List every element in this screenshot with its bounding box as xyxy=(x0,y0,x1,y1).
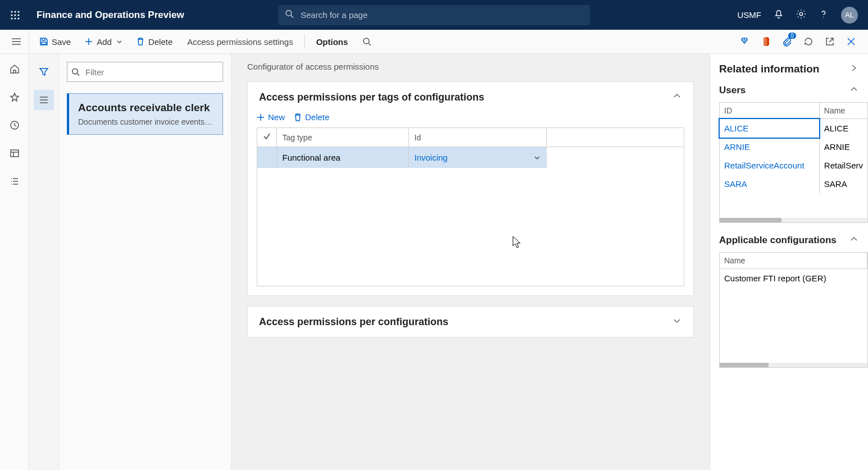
popout-icon[interactable] xyxy=(823,35,837,48)
chevron-down-icon xyxy=(672,316,682,328)
grid-delete-button[interactable]: Delete xyxy=(294,112,329,122)
modules-icon[interactable] xyxy=(10,176,20,189)
user-id-cell[interactable]: SARA xyxy=(720,175,819,193)
gear-icon[interactable] xyxy=(796,9,806,21)
users-grid-pad xyxy=(720,193,867,216)
col-config-name[interactable]: Name xyxy=(720,253,867,269)
table-row[interactable]: Functional area Invoicing xyxy=(257,147,684,168)
save-button[interactable]: Save xyxy=(33,30,78,53)
refresh-icon[interactable] xyxy=(802,35,815,48)
user-id-cell[interactable]: ALICE xyxy=(720,119,819,138)
user-id-cell[interactable]: RetailServiceAccount xyxy=(720,156,819,175)
diamond-icon[interactable] xyxy=(738,35,751,48)
user-name-cell[interactable]: ARNIE xyxy=(819,138,867,156)
funnel-icon[interactable] xyxy=(34,62,54,82)
list-item-desc: Documents customer invoice events and ..… xyxy=(78,117,213,126)
user-name-cell[interactable]: SARA xyxy=(819,175,867,193)
grid-new-button[interactable]: New xyxy=(257,112,285,122)
help-icon[interactable] xyxy=(819,9,829,21)
svg-point-1 xyxy=(14,11,16,12)
table-row[interactable]: Customer FTI report (GER) xyxy=(720,269,867,288)
office-icon[interactable] xyxy=(759,35,772,48)
list-item[interactable]: Accounts receivable clerk Documents cust… xyxy=(67,93,223,135)
svg-point-36 xyxy=(72,69,78,74)
users-header[interactable]: Users xyxy=(719,84,868,97)
main-content: Configurator of access permissions Acces… xyxy=(231,54,710,470)
global-search-input[interactable] xyxy=(278,5,590,25)
applicable-header[interactable]: Applicable configurations xyxy=(719,234,868,247)
attachments-icon[interactable]: 0 xyxy=(780,35,794,48)
applicable-grid: Name Customer FTI report (GER) xyxy=(719,252,868,368)
chevron-down-icon xyxy=(534,154,540,161)
table-row[interactable]: SARASARA xyxy=(720,175,867,193)
add-button[interactable]: Add xyxy=(78,30,129,53)
svg-point-9 xyxy=(286,10,292,16)
star-icon[interactable] xyxy=(10,92,20,104)
related-panel: Related information Users ID Name ALICEA… xyxy=(710,54,868,470)
chevron-right-icon[interactable] xyxy=(849,63,859,75)
col-tag-type[interactable]: Tag type xyxy=(276,128,408,147)
user-name-cell[interactable]: RetailServ xyxy=(819,156,867,175)
col-user-name[interactable]: Name xyxy=(819,103,867,119)
applicable-grid-pad xyxy=(720,288,867,361)
nav-toggle-button[interactable] xyxy=(3,30,29,53)
breadcrumb: Configurator of access permissions xyxy=(247,62,694,71)
col-select[interactable] xyxy=(257,128,276,147)
workspace-icon[interactable] xyxy=(10,148,20,161)
user-name-cell[interactable]: ALICE xyxy=(819,119,867,138)
users-scrollbar[interactable] xyxy=(720,218,867,222)
svg-point-3 xyxy=(11,14,12,16)
entity-label[interactable]: USMF xyxy=(738,10,762,20)
svg-point-5 xyxy=(17,14,19,16)
access-settings-button[interactable]: Access permissions settings xyxy=(179,37,301,47)
delete-button[interactable]: Delete xyxy=(129,30,179,53)
row-select-cell[interactable] xyxy=(257,147,276,168)
svg-rect-16 xyxy=(42,42,46,44)
panel-tags-title: Access permissions per tags of configura… xyxy=(259,92,484,103)
svg-point-4 xyxy=(14,14,16,16)
users-title: Users xyxy=(719,85,746,96)
grid-toolbar: New Delete xyxy=(248,112,693,127)
avatar[interactable]: AL xyxy=(841,7,858,24)
list-column: Accounts receivable clerk Documents cust… xyxy=(59,54,231,470)
table-row[interactable]: ARNIEARNIE xyxy=(720,138,867,156)
col-user-id[interactable]: ID xyxy=(720,103,819,119)
list-item-title: Accounts receivable clerk xyxy=(78,102,213,114)
app-launcher-icon[interactable] xyxy=(0,10,30,20)
svg-rect-24 xyxy=(11,150,19,157)
svg-point-0 xyxy=(11,11,12,12)
cell-id[interactable]: Invoicing xyxy=(408,147,546,168)
left-nav-rail xyxy=(0,54,29,470)
search-icon xyxy=(285,10,294,21)
cell-tag-type[interactable]: Functional area xyxy=(276,147,408,168)
svg-point-11 xyxy=(799,12,802,15)
avatar-initials: AL xyxy=(845,11,854,19)
table-row[interactable]: RetailServiceAccountRetailServ xyxy=(720,156,867,175)
cell-id-value: Invoicing xyxy=(415,153,448,162)
user-id-cell[interactable]: ARNIE xyxy=(720,138,819,156)
config-name-cell[interactable]: Customer FTI report (GER) xyxy=(720,269,867,288)
users-grid: ID Name ALICEALICE ARNIEARNIE RetailServ… xyxy=(719,102,868,223)
close-icon[interactable] xyxy=(844,35,858,48)
filter-input[interactable] xyxy=(67,62,223,82)
attachments-badge: 0 xyxy=(788,33,796,39)
filter-search-icon xyxy=(71,68,80,76)
list-view-icon[interactable] xyxy=(34,90,54,110)
applicable-scrollbar[interactable] xyxy=(720,363,867,367)
add-label: Add xyxy=(97,37,112,47)
page-search-button[interactable] xyxy=(356,30,378,53)
table-row[interactable]: ALICEALICE xyxy=(720,119,867,138)
notifications-icon[interactable] xyxy=(774,9,784,21)
svg-line-37 xyxy=(77,74,79,76)
home-icon[interactable] xyxy=(10,64,20,76)
col-id[interactable]: Id xyxy=(408,128,546,147)
applicable-section: Applicable configurations Name Customer … xyxy=(719,234,868,368)
recent-icon[interactable] xyxy=(10,120,20,133)
panel-configs-header[interactable]: Access permissions per configurations xyxy=(248,307,693,337)
panel-tags-header[interactable]: Access permissions per tags of configura… xyxy=(248,82,693,112)
panel-configs: Access permissions per configurations xyxy=(247,306,694,337)
grid-empty-body xyxy=(257,168,684,286)
action-group: Save Add Delete Access permissions setti… xyxy=(33,30,378,53)
options-button[interactable]: Options xyxy=(308,37,356,47)
tags-grid: Tag type Id Functional area Invoicing xyxy=(257,127,684,286)
